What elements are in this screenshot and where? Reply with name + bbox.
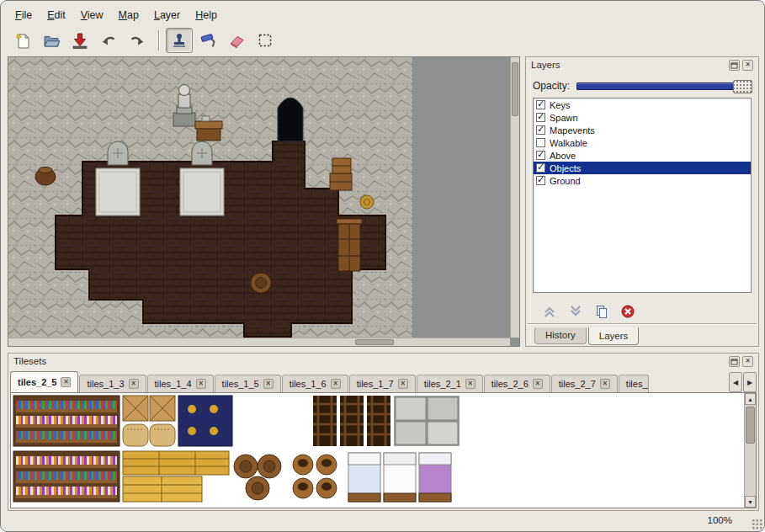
menu-edit[interactable]: Edit <box>40 7 73 24</box>
tab-close-icon[interactable]: ✕ <box>398 379 408 389</box>
menu-help[interactable]: Help <box>188 7 225 24</box>
undo-icon <box>99 31 118 50</box>
delete-layer-icon <box>620 304 635 319</box>
tab-close-icon[interactable]: ✕ <box>129 379 139 389</box>
layer-row-walkable[interactable]: Walkable <box>534 136 751 149</box>
raise-layer-icon <box>542 304 557 319</box>
map-canvas[interactable] <box>8 57 510 338</box>
stamp-tool-button[interactable] <box>166 28 193 53</box>
scroll-down-button[interactable]: ▼ <box>745 496 756 508</box>
tileset-tab-7[interactable]: tiles_2_6 ✕ <box>484 375 550 392</box>
scroll-up-button[interactable]: ▲ <box>745 393 756 405</box>
layer-row-above[interactable]: ✓ Above <box>534 149 751 162</box>
scroll-tabs-left-button[interactable]: ◀ <box>729 372 742 392</box>
map-horizontal-scrollbar[interactable] <box>8 338 510 346</box>
menu-layer[interactable]: Layer <box>146 7 188 24</box>
new-file-button[interactable] <box>9 28 36 53</box>
tileset-tab-2[interactable]: tiles_1_4 ✕ <box>147 375 214 392</box>
redo-icon <box>128 31 146 50</box>
map-vscroll-thumb[interactable] <box>512 62 518 116</box>
save-icon <box>71 31 89 50</box>
layer-row-spawn[interactable]: ✓ Spawn <box>534 111 751 124</box>
lower-layer-icon <box>568 304 583 319</box>
opacity-label: Opacity: <box>533 80 570 92</box>
dock-tabs: History Layers <box>534 327 640 346</box>
map-hscroll-thumb[interactable] <box>355 339 394 345</box>
save-button[interactable] <box>66 28 93 53</box>
fill-tool-icon <box>199 31 217 50</box>
duplicate-layer-button[interactable] <box>593 303 610 320</box>
eraser-tool-button[interactable] <box>223 28 250 53</box>
tab-close-icon[interactable]: ✕ <box>61 377 71 387</box>
layer-label: Spawn <box>550 113 578 123</box>
layer-checkbox[interactable]: ✓ <box>536 151 545 160</box>
layer-checkbox[interactable]: ✓ <box>536 125 545 135</box>
tileset-tab-8[interactable]: tiles_2_7 ✕ <box>551 375 618 392</box>
tileset-tab-4[interactable]: tiles_1_6 ✕ <box>282 375 348 392</box>
open-button[interactable] <box>38 28 65 53</box>
opacity-slider[interactable] <box>576 82 752 90</box>
float-icon[interactable] <box>729 60 740 71</box>
tileset-tab-label: tiles_2_1 <box>424 379 461 389</box>
layer-row-mapevents[interactable]: ✓ Mapevents <box>534 124 751 136</box>
tileset-tab-label: tiles_2 <box>626 379 649 389</box>
tileset-tab-1[interactable]: tiles_1_3 ✕ <box>79 375 146 392</box>
fill-tool-button[interactable] <box>194 28 221 53</box>
layer-row-ground[interactable]: ✓ Ground <box>534 174 751 187</box>
tab-layers[interactable]: Layers <box>588 327 640 345</box>
tab-close-icon[interactable]: ✕ <box>600 379 610 389</box>
menu-file[interactable]: File <box>8 7 40 24</box>
delete-layer-button[interactable] <box>619 303 636 320</box>
close-icon[interactable]: ✕ <box>742 356 753 367</box>
tileset-tab-6[interactable]: tiles_2_1 ✕ <box>417 375 483 392</box>
tileset-tab-label: tiles_1_7 <box>357 379 394 389</box>
layer-checkbox[interactable]: ✓ <box>536 100 545 109</box>
tab-close-icon[interactable]: ✕ <box>263 379 274 389</box>
lower-layer-button[interactable] <box>567 303 584 320</box>
tileset-vscroll-thumb[interactable] <box>746 407 755 444</box>
layer-checkbox[interactable]: ✓ <box>536 113 545 122</box>
opacity-row: Opacity: <box>533 77 752 95</box>
tileset-tab-9[interactable]: tiles_2 <box>619 375 649 392</box>
tileset-tab-0[interactable]: tiles_2_5 ✕ <box>10 371 78 392</box>
tileset-tab-3[interactable]: tiles_1_5 ✕ <box>215 375 281 392</box>
select-tool-button[interactable] <box>252 28 279 53</box>
resize-grip[interactable] <box>752 519 762 529</box>
layer-checkbox[interactable]: ✓ <box>536 163 545 173</box>
redo-button[interactable] <box>124 28 151 53</box>
check-icon: ✓ <box>537 174 545 185</box>
opacity-slider-handle[interactable] <box>733 80 752 93</box>
scroll-tabs-right-button[interactable]: ▶ <box>743 372 757 392</box>
tab-history[interactable]: History <box>534 327 587 344</box>
menubar: File Edit View Map Layer Help <box>8 6 757 24</box>
tilesets-dock: Tilesets ✕ tiles_2_5 ✕ tiles_1_3 ✕ tiles… <box>8 353 759 511</box>
layers-dock: Layers ✕ Opacity: ✓ Keys ✓ Spawn <box>525 56 759 347</box>
float-icon[interactable] <box>729 356 740 367</box>
close-icon[interactable]: ✕ <box>742 60 753 71</box>
tileset-tabs: tiles_2_5 ✕ tiles_1_3 ✕ tiles_1_4 ✕ tile… <box>10 370 728 392</box>
statusbar: 100% <box>8 512 757 529</box>
layer-label: Above <box>550 151 576 161</box>
tileset-tab-label: tiles_2_7 <box>559 379 596 389</box>
tab-close-icon[interactable]: ✕ <box>331 379 341 389</box>
tileset-vertical-scrollbar[interactable]: ▲ ▼ <box>744 393 756 508</box>
layer-row-objects[interactable]: ✓ Objects <box>534 162 751 174</box>
tab-close-icon[interactable]: ✕ <box>465 379 475 389</box>
tileset-canvas[interactable] <box>12 394 736 505</box>
layer-checkbox[interactable]: ✓ <box>536 176 545 185</box>
layer-checkbox[interactable] <box>536 138 545 147</box>
menu-view[interactable]: View <box>73 7 111 24</box>
zoom-level: 100% <box>708 515 732 525</box>
dock-separator <box>528 323 757 325</box>
tab-close-icon[interactable]: ✕ <box>533 379 543 389</box>
tab-scroll-arrows: ◀ ▶ <box>728 372 757 392</box>
map-vertical-scrollbar[interactable] <box>510 57 519 338</box>
tab-close-icon[interactable]: ✕ <box>196 379 206 389</box>
layer-label: Walkable <box>550 138 587 148</box>
undo-button[interactable] <box>95 28 122 53</box>
menu-map[interactable]: Map <box>111 7 146 24</box>
tileset-tab-5[interactable]: tiles_1_7 ✕ <box>349 375 416 392</box>
raise-layer-button[interactable] <box>541 303 558 320</box>
duplicate-layer-icon <box>594 304 609 319</box>
layer-row-keys[interactable]: ✓ Keys <box>534 98 751 111</box>
